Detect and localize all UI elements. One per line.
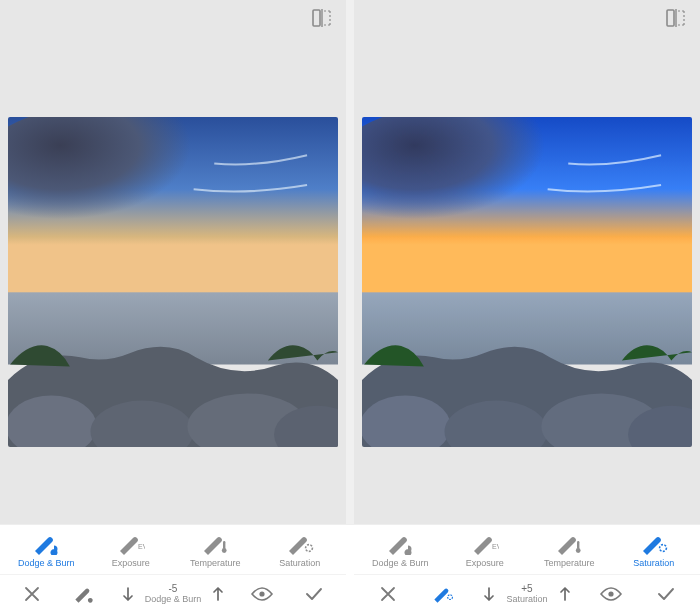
photo-preview [8,117,338,447]
tool-saturation[interactable]: Saturation [264,533,336,568]
preview-button[interactable] [593,581,629,607]
brush-temperature-icon [555,533,583,555]
stepper-value: -5 [169,584,178,594]
tool-label: Temperature [190,559,241,568]
svg-text:EV: EV [138,543,145,550]
svg-point-33 [448,595,453,600]
svg-point-32 [659,545,666,552]
stepper-value: +5 [521,584,532,594]
flip-compare-icon[interactable] [666,9,686,31]
brush-contrast-icon [32,533,60,555]
stepper-label: Saturation [506,595,547,604]
brush-tool-row: Dodge & Burn EV Exposure Temperature Sat… [354,525,700,574]
svg-rect-0 [313,10,320,26]
brush-mode-button[interactable] [425,581,461,607]
toolbars: Dodge & Burn EV Exposure Temperature Sat… [0,524,700,615]
stepper-readout: -5 Dodge & Burn [145,584,202,604]
apply-button[interactable] [648,581,684,607]
tool-dodge-burn[interactable]: Dodge & Burn [10,533,82,568]
toolbar-right: Dodge & Burn EV Exposure Temperature Sat… [354,525,700,615]
photo-preview [362,117,692,447]
brush-contrast-icon [386,533,414,555]
tool-label: Exposure [466,559,504,568]
editor-pane-left [0,0,346,524]
tool-exposure[interactable]: EV Exposure [449,533,521,568]
decrease-button[interactable] [119,583,137,605]
tool-exposure[interactable]: EV Exposure [95,533,167,568]
tool-dodge-burn[interactable]: Dodge & Burn [364,533,436,568]
brush-saturation-icon [286,533,314,555]
comparison-panes [0,0,700,524]
svg-text:EV: EV [492,543,499,550]
topbar [354,0,700,40]
value-stepper: -5 Dodge & Burn [119,583,228,605]
topbar [0,0,346,40]
svg-rect-25 [223,541,225,549]
brush-tool-row: Dodge & Burn EV Exposure Temperature Sat… [0,525,346,574]
increase-button[interactable] [556,583,574,605]
decrease-button[interactable] [480,583,498,605]
svg-rect-12 [667,10,674,26]
brush-saturation-icon [640,533,668,555]
tool-label: Saturation [279,559,320,568]
brush-temperature-icon [201,533,229,555]
brush-exposure-icon: EV [471,533,499,555]
flip-compare-icon[interactable] [312,9,332,31]
stepper-readout: +5 Saturation [506,584,547,604]
tool-label: Temperature [544,559,595,568]
editor-pane-right [354,0,700,524]
svg-point-27 [305,545,312,552]
action-row: +5 Saturation [354,574,700,615]
canvas[interactable] [0,40,346,524]
tool-label: Exposure [112,559,150,568]
svg-point-26 [222,548,227,553]
value-stepper: +5 Saturation [480,583,573,605]
tool-saturation[interactable]: Saturation [618,533,690,568]
tool-label: Dodge & Burn [372,559,429,568]
canvas[interactable] [354,40,700,524]
stepper-label: Dodge & Burn [145,595,202,604]
brush-mode-button[interactable] [66,581,102,607]
action-row: -5 Dodge & Burn [0,574,346,615]
increase-button[interactable] [209,583,227,605]
tool-temperature[interactable]: Temperature [533,533,605,568]
svg-point-28 [259,591,264,596]
svg-rect-30 [577,541,579,549]
toolbar-left: Dodge & Burn EV Exposure Temperature Sat… [0,525,346,615]
svg-point-31 [576,548,581,553]
tool-temperature[interactable]: Temperature [179,533,251,568]
cancel-button[interactable] [14,581,50,607]
brush-exposure-icon: EV [117,533,145,555]
preview-button[interactable] [244,581,280,607]
cancel-button[interactable] [370,581,406,607]
tool-label: Saturation [633,559,674,568]
apply-button[interactable] [296,581,332,607]
svg-point-34 [608,591,613,596]
tool-label: Dodge & Burn [18,559,75,568]
